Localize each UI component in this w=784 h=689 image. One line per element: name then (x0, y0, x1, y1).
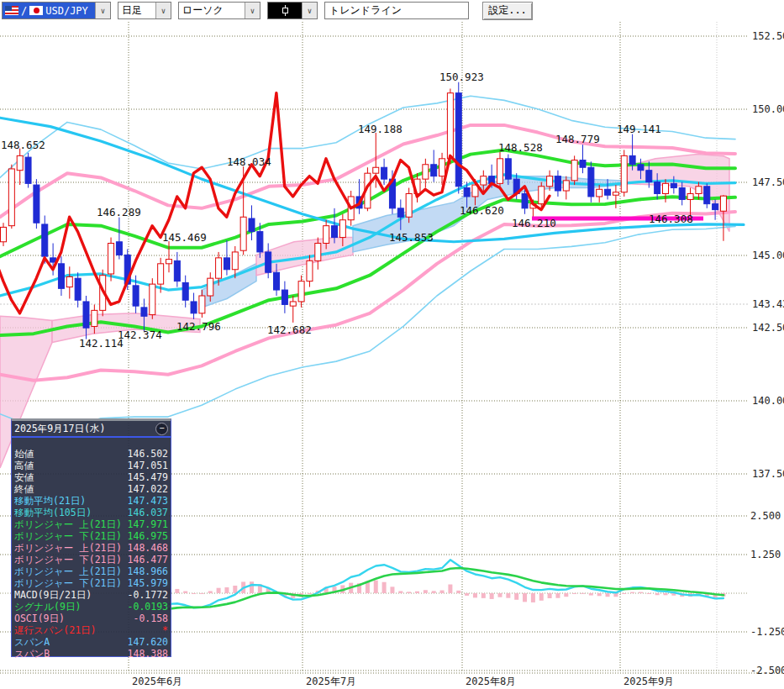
chart-type-select[interactable]: ローソク ∨ (178, 2, 260, 19)
svg-text:145.469: 145.469 (162, 231, 207, 244)
panel-row-value: 145.979 (128, 577, 168, 589)
panel-row: ボリンジャー 下(21日)146.477 (12, 554, 171, 565)
jp-flag-icon (29, 6, 43, 15)
pair-separator: / (21, 5, 27, 17)
panel-row-value: 146.477 (128, 554, 168, 565)
panel-row-value: -0.1772 (128, 589, 168, 601)
mini-candle-icon (282, 5, 289, 16)
svg-text:149.188: 149.188 (358, 123, 403, 135)
settings-button[interactable]: 設定... (482, 2, 533, 20)
panel-row-value: 146.502 (128, 448, 168, 460)
panel-row-label: 始値 (14, 448, 34, 460)
panel-row: ボリンジャー 上(21日)147.971 (12, 518, 171, 530)
svg-text:152.50: 152.50 (752, 30, 784, 42)
panel-row-value: 146.037 (128, 507, 168, 518)
panel-row-label: OSCI(9日) (14, 613, 65, 624)
panel-row-label: ボリンジャー 下(21日) (14, 530, 122, 542)
period-select[interactable]: 日足 ∨ (118, 2, 171, 19)
chevron-down-icon[interactable]: ∨ (245, 3, 260, 18)
panel-row: 終値147.022 (12, 483, 171, 495)
toolbar: / USD/JPY ∨ 日足 ∨ ローソク ∨ ∨ トレンドライン (0, 0, 784, 21)
panel-row: 高値147.051 (12, 460, 171, 471)
panel-row-label: 終値 (14, 483, 34, 495)
chevron-down-icon[interactable]: ∨ (155, 3, 171, 18)
panel-row-label: 遅行スパン(21日) (14, 624, 97, 636)
panel-row-label: スパンA (14, 636, 50, 648)
svg-text:147.50: 147.50 (752, 176, 784, 188)
us-flag-icon (5, 6, 18, 15)
panel-row: シグナル(9日)-0.0193 (12, 601, 171, 613)
svg-text:148.034: 148.034 (227, 155, 271, 168)
fx-chart-app: / USD/JPY ∨ 日足 ∨ ローソク ∨ ∨ トレンドライン (0, 0, 784, 689)
panel-row-value: 148.966 (128, 565, 168, 577)
panel-row-label: ボリンジャー 下(21日) (14, 577, 122, 589)
svg-text:-2.500: -2.500 (750, 665, 784, 676)
panel-rows: 始値146.502高値147.051安値145.479終値147.022移動平均… (12, 448, 171, 660)
chart-type-value: ローソク (179, 3, 245, 18)
panel-row-label: ボリンジャー 上(21日) (14, 542, 122, 554)
svg-text:150.923: 150.923 (439, 71, 484, 83)
panel-date: 2025年9月17日(水) (14, 423, 105, 435)
panel-row: MACD(9日/21日)-0.1772 (12, 589, 171, 601)
svg-text:145.00: 145.00 (752, 250, 784, 261)
currency-pair-select[interactable]: / USD/JPY ∨ (2, 2, 111, 19)
svg-text:142.374: 142.374 (118, 329, 162, 341)
trendline-tool-field[interactable]: トレンドライン (324, 2, 469, 19)
svg-text:148.779: 148.779 (555, 133, 600, 145)
panel-row-label: 安値 (14, 471, 34, 483)
svg-text:142.114: 142.114 (79, 337, 124, 350)
svg-text:1.250: 1.250 (750, 549, 781, 560)
panel-row-value: 146.975 (128, 530, 168, 542)
panel-row-label: スパンB (14, 648, 50, 660)
quote-data-panel[interactable]: 2025年9月17日(水) − 始値146.502高値147.051安値145.… (11, 418, 171, 657)
svg-text:142.796: 142.796 (176, 320, 221, 333)
collapse-panel-button[interactable]: − (155, 423, 168, 435)
svg-text:146.210: 146.210 (512, 217, 556, 229)
panel-row-label: 高値 (14, 460, 34, 471)
panel-row-value: 145.479 (128, 471, 168, 483)
chevron-down-icon[interactable]: ∨ (95, 3, 110, 18)
panel-row-value: -0.158 (133, 613, 168, 624)
panel-row-value: 147.022 (128, 483, 168, 495)
svg-text:2025年8月: 2025年8月 (466, 676, 516, 687)
panel-row: 移動平均(21日)147.473 (12, 495, 171, 507)
panel-row: OSCI(9日)-0.158 (12, 613, 171, 624)
panel-row-label: MACD(9日/21日) (14, 589, 92, 601)
panel-row-label: シグナル(9日) (14, 601, 81, 613)
svg-text:146.289: 146.289 (97, 206, 141, 218)
panel-row-label: ボリンジャー 上(21日) (14, 518, 122, 530)
candle-color-select[interactable]: ∨ (267, 2, 318, 19)
panel-row: ボリンジャー 上(21日)148.966 (12, 565, 171, 577)
panel-row-label: 移動平均(21日) (14, 495, 86, 507)
panel-row: 移動平均(105日)146.037 (12, 507, 171, 518)
trendline-label: トレンドライン (329, 3, 402, 18)
svg-text:137.50: 137.50 (752, 468, 784, 480)
svg-text:142.682: 142.682 (267, 323, 312, 336)
panel-row-label: ボリンジャー 上(21日) (14, 565, 122, 577)
svg-text:2025年6月: 2025年6月 (132, 676, 182, 687)
panel-row: スパンA147.620 (12, 636, 171, 648)
panel-row-value: -0.0193 (128, 601, 168, 613)
svg-text:140.00: 140.00 (752, 395, 784, 407)
svg-text:2025年7月: 2025年7月 (306, 676, 356, 687)
svg-text:148.528: 148.528 (498, 141, 543, 154)
panel-row-value: * (162, 624, 168, 636)
panel-row: 始値146.502 (12, 448, 171, 460)
panel-row-value: 148.388 (128, 648, 168, 660)
svg-text:148.652: 148.652 (1, 139, 45, 151)
panel-row-value: 148.468 (128, 542, 168, 554)
svg-text:146.308: 146.308 (649, 213, 693, 225)
svg-text:-1.250: -1.250 (750, 626, 784, 638)
chevron-down-icon[interactable]: ∨ (302, 3, 317, 18)
svg-text:143.436: 143.436 (752, 298, 784, 310)
pair-label: USD/JPY (45, 5, 88, 17)
panel-row-value: 147.620 (128, 636, 168, 648)
svg-text:146.620: 146.620 (460, 204, 504, 217)
svg-text:142.50: 142.50 (752, 322, 784, 334)
svg-text:2.500: 2.500 (750, 510, 781, 522)
candle-swatch-icon (268, 3, 302, 18)
panel-row-label: ボリンジャー 下(21日) (14, 554, 122, 565)
period-value: 日足 (118, 3, 155, 18)
panel-row-value: 147.971 (128, 518, 168, 530)
panel-row-label: 移動平均(105日) (14, 507, 92, 518)
